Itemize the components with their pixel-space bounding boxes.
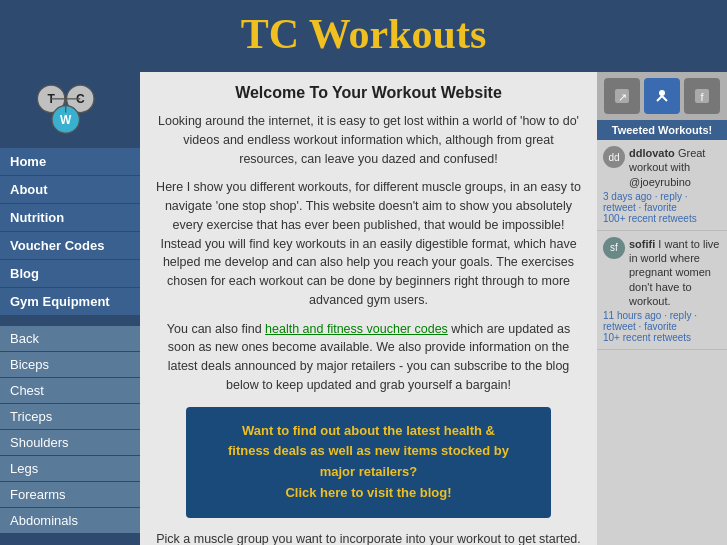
cta-line3: major retailers? bbox=[320, 464, 418, 479]
main-content: Welcome To Your Workout Website Looking … bbox=[140, 72, 597, 545]
svg-point-10 bbox=[659, 90, 665, 96]
sidebar-divider bbox=[0, 316, 140, 326]
tweet-retweets-1: 100+ recent retweets bbox=[603, 213, 697, 224]
tweet-meta-1: 3 days ago · reply · retweet · favorite … bbox=[603, 191, 721, 224]
share-icon-2[interactable] bbox=[644, 78, 680, 114]
sidebar-muscle-legs[interactable]: Legs bbox=[0, 456, 140, 482]
intro-para-1: Looking around the internet, it is easy … bbox=[156, 112, 581, 168]
share-icon-3[interactable]: f bbox=[684, 78, 720, 114]
main-layout: T C W Home About Nutrition Voucher Codes… bbox=[0, 72, 727, 545]
tweet-retweets-2: 10+ recent retweets bbox=[603, 332, 691, 343]
tweet-meta-text-1: 3 days ago · reply · retweet · favorite bbox=[603, 191, 688, 213]
cta-blog-link[interactable]: Click here to visit the blog! bbox=[285, 485, 451, 500]
svg-text:↗: ↗ bbox=[618, 91, 627, 103]
tweet-meta-2: 11 hours ago · reply · retweet · favorit… bbox=[603, 310, 721, 343]
tweet-user-1: ddlovato bbox=[629, 147, 675, 159]
social-icons-area: ↗ f bbox=[597, 72, 727, 120]
tweeted-workouts-header: Tweeted Workouts! bbox=[597, 120, 727, 140]
sidebar-muscle-back[interactable]: Back bbox=[0, 326, 140, 352]
sidebar-nav-voucher-codes[interactable]: Voucher Codes bbox=[0, 232, 140, 260]
para3-prefix-text: You can also find bbox=[167, 322, 265, 336]
sidebar-muscle-biceps[interactable]: Biceps bbox=[0, 352, 140, 378]
share-icon-1[interactable]: ↗ bbox=[604, 78, 640, 114]
voucher-codes-link[interactable]: health and fitness voucher codes bbox=[265, 322, 448, 336]
sidebar-bottom: 🤖 bbox=[0, 534, 140, 545]
tweet-text-1: ddlovato Great workout with @joeyrubino bbox=[629, 146, 721, 189]
sidebar-nav-gym-equipment[interactable]: Gym Equipment bbox=[0, 288, 140, 316]
sidebar-nav-home[interactable]: Home bbox=[0, 148, 140, 176]
main-heading: Welcome To Your Workout Website bbox=[156, 84, 581, 102]
intro-para-3: You can also find health and fitness vou… bbox=[156, 320, 581, 395]
sidebar-muscle-chest[interactable]: Chest bbox=[0, 378, 140, 404]
intro-para-2: Here I show you different workouts, for … bbox=[156, 178, 581, 309]
cta-line2: fitness deals as well as new items stock… bbox=[228, 443, 509, 458]
tweet-meta-text-2: 11 hours ago · reply · retweet · favorit… bbox=[603, 310, 697, 332]
site-title: TC Workouts bbox=[0, 10, 727, 58]
sidebar-nav-about[interactable]: About bbox=[0, 176, 140, 204]
site-header: TC Workouts bbox=[0, 0, 727, 72]
right-sidebar: ↗ f Tweeted Workouts! dd ddlovato Great … bbox=[597, 72, 727, 545]
tweet-avatar-initials-1: dd bbox=[608, 152, 619, 163]
left-sidebar: T C W Home About Nutrition Voucher Codes… bbox=[0, 72, 140, 545]
tweet-avatar-initials-2: sf bbox=[610, 242, 618, 253]
tweet-user-2: sofifi bbox=[629, 238, 655, 250]
tweet-text-2: sofifi I want to live in world where pre… bbox=[629, 237, 721, 308]
sidebar-muscle-shoulders[interactable]: Shoulders bbox=[0, 430, 140, 456]
sidebar-muscle-abdominals[interactable]: Abdominals bbox=[0, 508, 140, 534]
tweet-avatar-2: sf bbox=[603, 237, 625, 259]
svg-line-11 bbox=[657, 96, 662, 101]
svg-line-12 bbox=[662, 96, 667, 101]
cta-line1: Want to find out about the latest health… bbox=[242, 423, 495, 438]
logo-area: T C W bbox=[0, 72, 140, 148]
sidebar-muscle-triceps[interactable]: Triceps bbox=[0, 404, 140, 430]
body-para-4: Pick a muscle group you want to incorpor… bbox=[156, 530, 581, 545]
sidebar-nav-blog[interactable]: Blog bbox=[0, 260, 140, 288]
cta-box[interactable]: Want to find out about the latest health… bbox=[186, 407, 551, 518]
site-logo: T C W bbox=[35, 80, 105, 140]
sidebar-muscle-forearms[interactable]: Forearms bbox=[0, 482, 140, 508]
tweet-avatar-1: dd bbox=[603, 146, 625, 168]
tweet-item-1: dd ddlovato Great workout with @joeyrubi… bbox=[597, 140, 727, 231]
svg-text:W: W bbox=[60, 113, 72, 127]
sidebar-nav-nutrition[interactable]: Nutrition bbox=[0, 204, 140, 232]
tweet-item-2: sf sofifi I want to live in world where … bbox=[597, 231, 727, 350]
